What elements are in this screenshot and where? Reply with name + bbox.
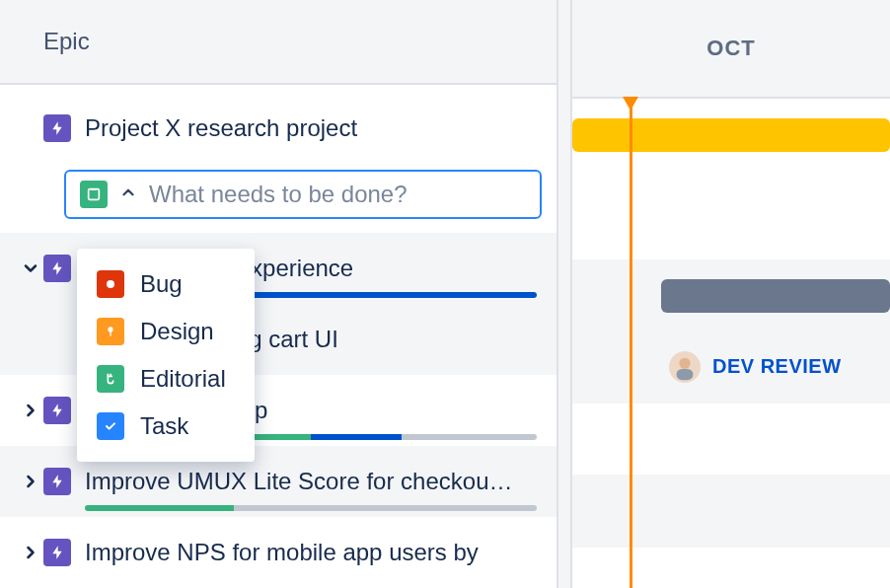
epic-label: Improve UMUX Lite Score for checkou…	[85, 468, 513, 495]
option-label: Bug	[140, 270, 183, 298]
issue-type-dropdown[interactable]: Bug Design Editorial Task	[77, 249, 255, 462]
issue-type-option-bug[interactable]: Bug	[77, 260, 255, 308]
svg-rect-6	[110, 331, 111, 336]
today-marker	[630, 99, 632, 588]
assignee-avatar[interactable]	[669, 351, 701, 383]
column-header-epic: Epic	[0, 0, 556, 85]
svg-point-2	[679, 358, 690, 369]
design-icon	[97, 318, 124, 345]
epic-icon	[43, 539, 71, 566]
create-issue-input[interactable]	[149, 181, 526, 208]
svg-point-5	[108, 327, 112, 331]
epic-icon	[43, 114, 71, 142]
timeline-bar[interactable]	[572, 118, 890, 152]
epic-icon	[43, 255, 71, 282]
issue-type-option-task[interactable]: Task	[77, 403, 255, 450]
epic-icon	[43, 397, 71, 424]
chevron-right-icon[interactable]	[18, 543, 43, 562]
chevron-down-icon[interactable]	[18, 258, 43, 278]
option-label: Task	[140, 412, 188, 440]
status-badge[interactable]: DEV REVIEW	[712, 355, 842, 378]
epic-label: Project X research project	[85, 114, 357, 142]
task-icon	[97, 412, 124, 440]
option-label: Design	[140, 318, 214, 345]
column-header-label: Epic	[43, 28, 90, 55]
chevron-up-icon[interactable]	[119, 184, 137, 205]
bug-icon	[97, 270, 124, 298]
epic-label: Improve NPS for mobile app users by	[85, 539, 479, 566]
chevron-right-icon[interactable]	[18, 401, 43, 420]
create-issue-input-container[interactable]	[64, 170, 542, 219]
issue-type-selected-icon[interactable]	[80, 181, 108, 208]
timeline-bar[interactable]	[661, 279, 890, 313]
issue-type-option-design[interactable]: Design	[77, 308, 255, 355]
option-label: Editorial	[140, 365, 226, 393]
issue-type-option-editorial[interactable]: Editorial	[77, 355, 255, 403]
timeline-header: OCT	[572, 0, 890, 99]
svg-rect-1	[91, 188, 96, 190]
svg-rect-3	[677, 369, 694, 380]
svg-point-4	[107, 280, 114, 288]
month-label: OCT	[706, 36, 755, 61]
svg-rect-0	[89, 189, 100, 200]
chevron-right-icon[interactable]	[18, 472, 43, 491]
progress-bar	[85, 505, 537, 511]
epic-icon	[43, 468, 71, 495]
epic-row[interactable]: Improve NPS for mobile app users by	[0, 517, 556, 588]
panel-splitter[interactable]	[558, 0, 572, 588]
epic-row[interactable]: Project X research project	[0, 85, 556, 156]
editorial-icon	[97, 365, 124, 393]
